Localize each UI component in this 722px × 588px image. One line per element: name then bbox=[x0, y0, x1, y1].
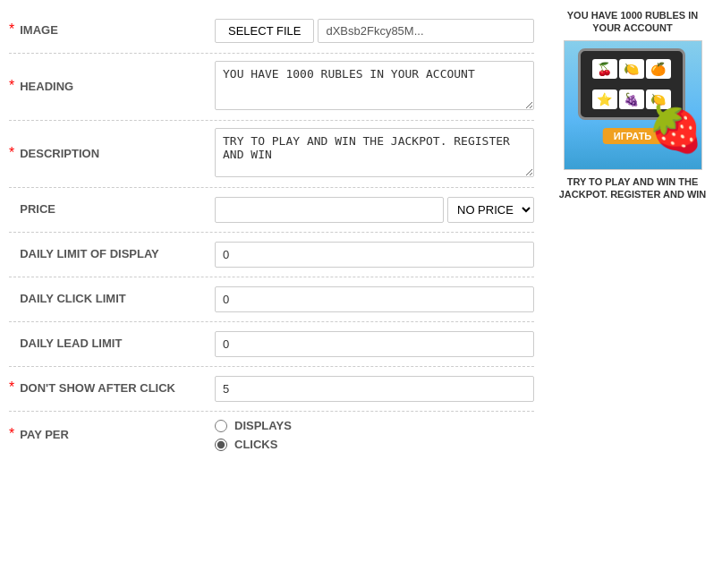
slot-cell-3: 🍊 bbox=[646, 59, 671, 79]
preview-title: YOU HAVE 1000 RUBLES IN YOUR ACCOUNT bbox=[552, 9, 713, 35]
image-label-col: * IMAGE bbox=[9, 23, 215, 38]
heading-label: HEADING bbox=[20, 80, 73, 95]
slot-cell-4: ⭐ bbox=[592, 89, 617, 109]
description-label: DESCRIPTION bbox=[20, 147, 99, 162]
slot-cell-1: 🍒 bbox=[592, 59, 617, 79]
slot-cell-2: 🍋 bbox=[619, 59, 644, 79]
price-row: * PRICE NO PRICE CPC CPM CPA bbox=[9, 188, 534, 233]
dont-show-after-click-label-col: * DON'T SHOW AFTER CLICK bbox=[9, 381, 215, 396]
preview-image-box: 🍒 🍋 🍊 ⭐ 🍇 🍋 ИГРАТЬ 🍓 bbox=[564, 40, 702, 170]
daily-click-limit-label: DAILY CLICK LIMIT bbox=[20, 292, 125, 307]
image-row: * IMAGE SELECT FILE dXBsb2Fkcy85M... bbox=[9, 9, 534, 54]
price-row-inputs: NO PRICE CPC CPM CPA bbox=[215, 197, 534, 223]
description-row: * DESCRIPTION bbox=[9, 121, 534, 188]
price-input-col: NO PRICE CPC CPM CPA bbox=[215, 197, 534, 223]
filename-display: dXBsb2Fkcy85M... bbox=[318, 19, 534, 43]
daily-lead-limit-label-col: * DAILY LEAD LIMIT bbox=[9, 337, 215, 352]
heading-label-col: * HEADING bbox=[9, 80, 215, 95]
preview-section: YOU HAVE 1000 RUBLES IN YOUR ACCOUNT 🍒 🍋… bbox=[543, 9, 722, 458]
heading-required-star: * bbox=[9, 78, 14, 94]
description-input[interactable] bbox=[215, 128, 534, 177]
image-required-star: * bbox=[9, 21, 14, 38]
pay-per-clicks-radio[interactable] bbox=[215, 439, 227, 451]
description-required-star: * bbox=[9, 145, 14, 161]
pay-per-displays-item[interactable]: DISPLAYS bbox=[215, 419, 534, 432]
description-label-col: * DESCRIPTION bbox=[9, 147, 215, 162]
pay-per-radio-group: DISPLAYS CLICKS bbox=[215, 419, 534, 451]
daily-lead-limit-input[interactable] bbox=[215, 331, 534, 357]
preview-image-inner: 🍒 🍋 🍊 ⭐ 🍇 🍋 ИГРАТЬ 🍓 bbox=[565, 41, 701, 169]
pay-per-clicks-label: CLICKS bbox=[234, 438, 277, 451]
image-input-col: SELECT FILE dXBsb2Fkcy85M... bbox=[215, 19, 534, 43]
price-select[interactable]: NO PRICE CPC CPM CPA bbox=[447, 197, 534, 223]
daily-click-limit-input-col bbox=[215, 286, 534, 312]
daily-limit-display-input-col bbox=[215, 242, 534, 268]
dont-show-after-click-row: * DON'T SHOW AFTER CLICK bbox=[9, 367, 534, 412]
dont-show-after-click-required-star: * bbox=[9, 379, 14, 396]
pay-per-displays-label: DISPLAYS bbox=[234, 419, 292, 432]
preview-description: TRY TO PLAY AND WIN THE JACKPOT. REGISTE… bbox=[552, 175, 713, 201]
image-row-inputs: SELECT FILE dXBsb2Fkcy85M... bbox=[215, 19, 534, 43]
daily-click-limit-row: * DAILY CLICK LIMIT bbox=[9, 277, 534, 322]
dont-show-after-click-input-col bbox=[215, 376, 534, 402]
description-input-col bbox=[215, 128, 534, 180]
price-label-col: * PRICE bbox=[9, 202, 215, 217]
pay-per-row: * PAY PER DISPLAYS CLICKS bbox=[9, 412, 534, 458]
heading-row: * HEADING bbox=[9, 54, 534, 121]
daily-click-limit-label-col: * DAILY CLICK LIMIT bbox=[9, 292, 215, 307]
pay-per-label-col: * PAY PER bbox=[9, 428, 215, 443]
pay-per-label: PAY PER bbox=[20, 428, 69, 443]
daily-limit-display-input[interactable] bbox=[215, 242, 534, 268]
dont-show-after-click-input[interactable] bbox=[215, 376, 534, 402]
heading-input[interactable] bbox=[215, 61, 534, 110]
daily-click-limit-input[interactable] bbox=[215, 286, 534, 312]
strawberry-character: 🍓 bbox=[648, 107, 697, 165]
slot-cell-5: 🍇 bbox=[619, 89, 644, 109]
price-text-input[interactable] bbox=[215, 197, 444, 223]
daily-limit-display-row: * DAILY LIMIT OF DISPLAY bbox=[9, 233, 534, 277]
pay-per-displays-radio[interactable] bbox=[215, 420, 227, 432]
image-label: IMAGE bbox=[20, 23, 58, 38]
dont-show-after-click-label: DON'T SHOW AFTER CLICK bbox=[20, 381, 175, 396]
select-file-button[interactable]: SELECT FILE bbox=[215, 19, 314, 43]
daily-lead-limit-row: * DAILY LEAD LIMIT bbox=[9, 322, 534, 367]
pay-per-required-star: * bbox=[9, 426, 14, 442]
daily-limit-display-label-col: * DAILY LIMIT OF DISPLAY bbox=[9, 247, 215, 262]
daily-limit-display-label: DAILY LIMIT OF DISPLAY bbox=[20, 247, 159, 262]
daily-lead-limit-input-col bbox=[215, 331, 534, 357]
pay-per-input-col: DISPLAYS CLICKS bbox=[215, 419, 534, 451]
pay-per-clicks-item[interactable]: CLICKS bbox=[215, 438, 534, 451]
price-label: PRICE bbox=[20, 202, 55, 217]
heading-input-col bbox=[215, 61, 534, 113]
daily-lead-limit-label: DAILY LEAD LIMIT bbox=[20, 337, 122, 352]
